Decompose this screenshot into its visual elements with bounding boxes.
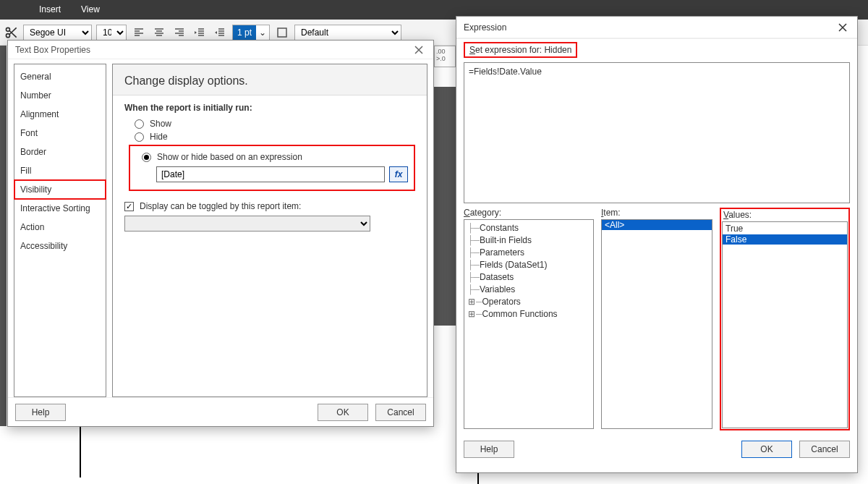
set-expression-for-label: Set expression for: Hidden: [464, 42, 577, 58]
panel-heading: Change display options.: [113, 64, 427, 95]
svg-rect-2: [278, 28, 286, 37]
value-false[interactable]: False: [723, 234, 847, 245]
expression-textbox[interactable]: [156, 166, 385, 182]
item-list[interactable]: <All>: [601, 219, 712, 429]
cancel-button[interactable]: Cancel: [799, 441, 850, 458]
annotation-arrow: [477, 473, 479, 484]
ruler-fragment: .00 >.0: [434, 46, 456, 67]
line-width-value: 1 pt: [233, 25, 256, 40]
design-surface-fragment: [434, 87, 456, 326]
nav-border[interactable]: Border: [14, 143, 106, 161]
ok-button[interactable]: OK: [741, 441, 792, 458]
svg-point-1: [7, 33, 10, 37]
line-width-combo[interactable]: 1 pt ⌄: [232, 25, 270, 41]
nav-interactive-sorting[interactable]: Interactive Sorting: [14, 199, 106, 218]
toggle-checkbox[interactable]: ✓: [124, 202, 134, 211]
textbox-properties-dialog: Text Box Properties General Number Align…: [7, 40, 434, 427]
visibility-panel: Change display options. When the report …: [112, 64, 427, 397]
align-left-icon[interactable]: [131, 25, 147, 41]
increase-indent-icon[interactable]: [212, 25, 228, 41]
chevron-down-icon: ⌄: [256, 27, 269, 38]
font-size-combo[interactable]: 10: [96, 25, 127, 41]
expression-dialog: Expression Set expression for: Hidden =F…: [456, 16, 858, 473]
cat-operators[interactable]: Operators: [482, 297, 521, 307]
cat-fields-dataset1[interactable]: Fields (DataSet1): [480, 260, 547, 270]
radio-show[interactable]: [135, 119, 144, 129]
align-center-icon[interactable]: [151, 25, 167, 41]
cat-constants[interactable]: Constants: [480, 223, 519, 233]
radio-expression-label: Show or hide based on an expression: [157, 152, 302, 162]
style-combo[interactable]: Default: [294, 25, 401, 41]
cat-datasets[interactable]: Datasets: [480, 272, 514, 282]
cat-parameters[interactable]: Parameters: [480, 247, 524, 258]
item-all[interactable]: <All>: [602, 220, 712, 230]
nav-general[interactable]: General: [14, 67, 106, 86]
dialog-title: Expression: [464, 22, 506, 33]
menu-view[interactable]: View: [71, 0, 110, 20]
align-right-icon[interactable]: [171, 25, 187, 41]
cat-common-functions[interactable]: Common Functions: [482, 309, 558, 319]
radio-show-label: Show: [150, 119, 171, 129]
radio-hide[interactable]: [135, 132, 144, 142]
annotation-arrow: [80, 427, 81, 477]
nav-accessibility[interactable]: Accessibility: [14, 237, 106, 255]
nav-alignment[interactable]: Alignment: [14, 105, 106, 124]
decrease-indent-icon[interactable]: [192, 25, 208, 41]
cat-builtin-fields[interactable]: Built-in Fields: [480, 235, 532, 245]
expression-highlight: Show or hide based on an expression fx: [129, 145, 415, 191]
menu-insert[interactable]: Insert: [29, 0, 71, 20]
help-button[interactable]: Help: [15, 404, 66, 421]
close-button[interactable]: [412, 43, 426, 57]
category-nav: General Number Alignment Font Border Fil…: [14, 64, 106, 397]
dialog-title: Text Box Properties: [15, 45, 90, 55]
ok-button[interactable]: OK: [318, 404, 368, 421]
help-button[interactable]: Help: [464, 441, 514, 458]
radio-expression[interactable]: [142, 153, 151, 162]
border-style-icon[interactable]: [274, 25, 290, 41]
nav-action[interactable]: Action: [14, 218, 106, 237]
values-list[interactable]: True False: [722, 221, 848, 428]
font-name-combo[interactable]: Segoe UI: [23, 25, 92, 41]
toggle-checkbox-label: Display can be toggled by this report it…: [140, 201, 301, 211]
cancel-button[interactable]: Cancel: [375, 404, 426, 421]
nav-fill[interactable]: Fill: [14, 161, 106, 180]
toggle-item-combo[interactable]: [124, 216, 370, 232]
close-button[interactable]: [835, 20, 850, 35]
expression-editor[interactable]: =Fields!Date.Value: [464, 62, 850, 203]
initial-run-label: When the report is initially run:: [124, 103, 415, 113]
value-true[interactable]: True: [723, 222, 847, 234]
design-surface-fragment: [0, 46, 7, 426]
cat-variables[interactable]: Variables: [480, 284, 515, 294]
nav-font[interactable]: Font: [14, 124, 106, 143]
category-tree[interactable]: ├─Constants ├─Built-in Fields ├─Paramete…: [464, 219, 594, 429]
svg-point-0: [7, 27, 10, 31]
nav-visibility[interactable]: Visibility: [14, 180, 106, 199]
nav-number[interactable]: Number: [14, 86, 106, 105]
fx-button[interactable]: fx: [389, 166, 408, 182]
cut-icon[interactable]: [4, 25, 19, 40]
radio-hide-label: Hide: [150, 132, 168, 142]
